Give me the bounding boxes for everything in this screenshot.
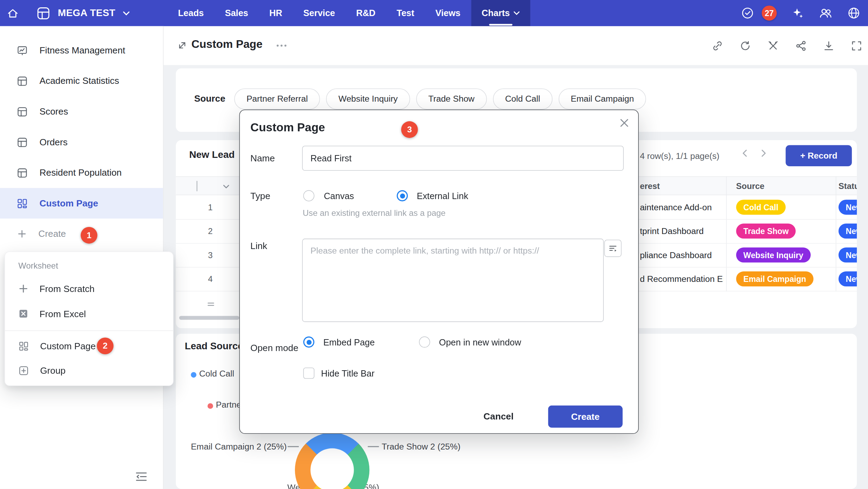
workspace-name[interactable]: MEGA TEST <box>58 7 115 19</box>
menu-item-label: From Scratch <box>39 283 95 294</box>
link-list-icon[interactable] <box>604 240 621 257</box>
create-button-modal[interactable]: Create <box>548 406 622 428</box>
interest-cell: pliance Dashboard <box>640 243 723 267</box>
create-label: Create <box>38 228 66 239</box>
filter-pills: Partner Referral Website Inquiry Trade S… <box>234 88 646 110</box>
sidebar-item-label: Resident Population <box>39 167 122 178</box>
notification-badge[interactable]: 27 <box>762 6 777 21</box>
external-link-option-label[interactable]: External Link <box>417 191 468 202</box>
name-input[interactable] <box>302 146 624 171</box>
source-pill: Trade Show <box>736 224 796 239</box>
home-icon[interactable] <box>7 7 19 19</box>
external-link-radio[interactable] <box>397 190 408 202</box>
canvas-option-label[interactable]: Canvas <box>324 191 354 202</box>
page-title: Custom Page <box>191 38 263 51</box>
add-row-icon[interactable] <box>207 301 215 307</box>
open-new-window-option-label[interactable]: Open in new window <box>439 338 521 348</box>
tools-icon[interactable] <box>767 40 779 51</box>
donut-hole <box>311 448 354 489</box>
chevron-down-icon[interactable] <box>223 185 230 189</box>
add-record-button[interactable]: + Record <box>786 145 852 167</box>
canvas-radio[interactable] <box>303 190 314 202</box>
refresh-icon[interactable] <box>739 40 751 51</box>
custom-page-icon <box>17 198 28 209</box>
source-pill: Cold Call <box>736 200 786 215</box>
filter-pill-trade-show[interactable]: Trade Show <box>416 88 487 110</box>
horizontal-scrollbar[interactable] <box>179 316 239 320</box>
link-icon[interactable] <box>712 40 723 51</box>
interest-cell: d Recommendation En <box>640 267 723 291</box>
select-all-checkbox[interactable] <box>196 181 197 191</box>
column-interest[interactable]: erest <box>640 177 660 196</box>
sidebar-item-scores[interactable]: Scores <box>0 96 163 127</box>
nav-views[interactable]: Views <box>425 0 471 26</box>
table-icon <box>17 137 28 148</box>
menu-item-group[interactable]: Group <box>5 358 173 382</box>
link-textarea[interactable] <box>302 239 604 322</box>
source-pill: Website Inquiry <box>736 248 811 263</box>
row-number: 1 <box>199 195 222 219</box>
nav-service[interactable]: Service <box>293 0 346 26</box>
next-page-icon[interactable] <box>760 149 767 157</box>
status-pill: New <box>839 224 857 239</box>
workspace-caret-icon[interactable] <box>123 11 130 15</box>
collapse-sidebar-icon[interactable] <box>135 471 148 482</box>
top-navigation: Leads Sales HR Service R&D Test Views Ch… <box>167 0 530 26</box>
menu-item-custom-page[interactable]: Custom Page <box>5 334 173 358</box>
table-row-count: 4 row(s), 1/1 page(s) <box>640 151 719 161</box>
filter-pill-website-inquiry[interactable]: Website Inquiry <box>326 88 410 110</box>
modal-title: Custom Page <box>251 121 325 134</box>
cancel-button[interactable]: Cancel <box>473 411 523 422</box>
sidebar-item-resident-population[interactable]: Resident Population <box>0 158 163 188</box>
more-icon[interactable] <box>276 44 287 48</box>
hide-title-bar-checkbox[interactable] <box>303 368 314 379</box>
legend-cold-call[interactable]: Cold Call <box>199 369 234 379</box>
sidebar-item-custom-page[interactable]: Custom Page <box>0 188 163 219</box>
status-pill: New <box>839 271 857 286</box>
fullscreen-icon[interactable] <box>851 40 862 51</box>
nav-charts[interactable]: Charts <box>471 0 530 26</box>
plus-icon <box>19 284 29 294</box>
column-status[interactable]: Status <box>839 177 857 196</box>
menu-item-from-scratch[interactable]: From Scratch <box>5 276 173 301</box>
menu-divider <box>5 330 173 331</box>
sidebar-item-fitness-management[interactable]: Fitness Management <box>0 35 163 66</box>
embed-page-option-label[interactable]: Embed Page <box>323 338 375 348</box>
nav-rd[interactable]: R&D <box>346 0 386 26</box>
prev-page-icon[interactable] <box>741 149 748 157</box>
sidebar-item-label: Fitness Management <box>39 45 125 56</box>
sparkle-icon[interactable] <box>791 7 804 20</box>
hide-title-bar-label[interactable]: Hide Title Bar <box>321 369 375 379</box>
nav-leads[interactable]: Leads <box>167 0 214 26</box>
row-number: 4 <box>199 267 222 291</box>
expand-icon[interactable] <box>177 40 187 51</box>
check-circle-icon[interactable] <box>741 7 754 20</box>
filter-pill-cold-call[interactable]: Cold Call <box>493 88 552 110</box>
menu-item-label: Custom Page <box>40 341 96 351</box>
sidebar-item-academic-statistics[interactable]: Academic Statistics <box>0 66 163 96</box>
sidebar-item-label: Orders <box>39 137 67 147</box>
status-pill: New <box>839 248 857 263</box>
annotation-badge-2: 2 <box>97 338 114 355</box>
filter-pill-email-campaign[interactable]: Email Campaign <box>558 88 646 110</box>
share-icon[interactable] <box>795 40 806 51</box>
embed-page-radio[interactable] <box>303 336 314 348</box>
nav-sales[interactable]: Sales <box>214 0 259 26</box>
close-icon[interactable] <box>618 117 630 129</box>
column-source[interactable]: Source <box>736 177 765 196</box>
menu-item-from-excel[interactable]: From Excel <box>5 301 173 326</box>
open-new-window-radio[interactable] <box>419 336 430 348</box>
page-header: Custom Page <box>163 26 868 65</box>
people-icon[interactable] <box>818 7 833 20</box>
nav-test[interactable]: Test <box>386 0 425 26</box>
download-icon[interactable] <box>823 40 834 51</box>
sidebar-item-orders[interactable]: Orders <box>0 127 163 158</box>
chevron-down-icon <box>514 11 520 15</box>
donut-label-email-campaign: Email Campaign 2 (25%) <box>191 441 285 452</box>
filter-pill-partner-referral[interactable]: Partner Referral <box>234 88 320 110</box>
donut-callout-line <box>368 446 379 447</box>
workspace-logo-icon[interactable] <box>37 6 50 20</box>
globe-icon[interactable] <box>847 7 860 20</box>
table-icon <box>17 75 28 87</box>
nav-hr[interactable]: HR <box>259 0 293 26</box>
